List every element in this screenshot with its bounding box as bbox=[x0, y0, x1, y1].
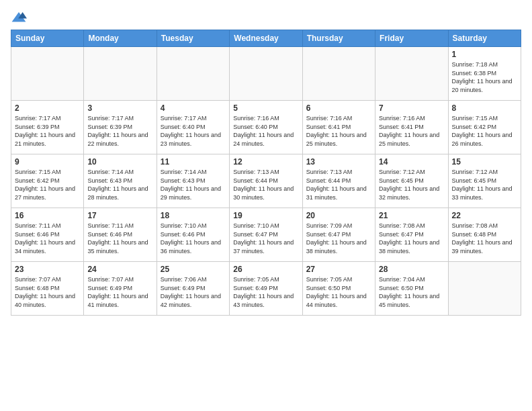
calendar-week-1: 1Sunrise: 7:18 AMSunset: 6:38 PMDaylight… bbox=[11, 47, 521, 101]
day-info: Sunrise: 7:15 AMSunset: 6:42 PMDaylight:… bbox=[15, 168, 80, 201]
calendar-cell: 25Sunrise: 7:06 AMSunset: 6:49 PMDayligh… bbox=[157, 262, 229, 316]
day-number: 16 bbox=[15, 211, 80, 220]
day-info: Sunrise: 7:11 AMSunset: 6:46 PMDaylight:… bbox=[15, 222, 80, 255]
day-number: 17 bbox=[87, 211, 152, 220]
day-number: 6 bbox=[306, 103, 371, 113]
day-info: Sunrise: 7:13 AMSunset: 6:44 PMDaylight:… bbox=[233, 168, 298, 201]
calendar-body: 1Sunrise: 7:18 AMSunset: 6:38 PMDaylight… bbox=[11, 47, 521, 316]
day-info: Sunrise: 7:15 AMSunset: 6:42 PMDaylight:… bbox=[452, 114, 517, 148]
weekday-header-monday: Monday bbox=[84, 30, 157, 47]
day-number: 20 bbox=[306, 211, 371, 220]
day-info: Sunrise: 7:16 AMSunset: 6:40 PMDaylight:… bbox=[233, 114, 298, 148]
day-number: 14 bbox=[379, 157, 444, 167]
page-header bbox=[11, 11, 521, 24]
day-info: Sunrise: 7:14 AMSunset: 6:43 PMDaylight:… bbox=[161, 168, 226, 201]
calendar-week-5: 23Sunrise: 7:07 AMSunset: 6:48 PMDayligh… bbox=[11, 262, 521, 316]
day-number: 2 bbox=[15, 103, 80, 113]
day-number: 28 bbox=[379, 265, 444, 274]
day-info: Sunrise: 7:12 AMSunset: 6:45 PMDaylight:… bbox=[452, 168, 517, 201]
calendar-cell: 21Sunrise: 7:08 AMSunset: 6:47 PMDayligh… bbox=[375, 208, 448, 262]
day-number: 25 bbox=[161, 265, 226, 274]
day-number: 24 bbox=[87, 265, 152, 274]
calendar-cell: 9Sunrise: 7:15 AMSunset: 6:42 PMDaylight… bbox=[11, 154, 84, 208]
day-info: Sunrise: 7:17 AMSunset: 6:40 PMDaylight:… bbox=[161, 114, 226, 148]
calendar-week-3: 9Sunrise: 7:15 AMSunset: 6:42 PMDaylight… bbox=[11, 154, 521, 208]
day-number: 10 bbox=[87, 157, 152, 167]
calendar-cell: 14Sunrise: 7:12 AMSunset: 6:45 PMDayligh… bbox=[375, 154, 448, 208]
day-number: 7 bbox=[379, 103, 444, 113]
day-number: 4 bbox=[161, 103, 226, 113]
calendar-header-row: SundayMondayTuesdayWednesdayThursdayFrid… bbox=[11, 30, 521, 47]
calendar-cell bbox=[11, 47, 84, 101]
day-number: 15 bbox=[452, 157, 517, 167]
day-info: Sunrise: 7:10 AMSunset: 6:47 PMDaylight:… bbox=[233, 222, 298, 255]
weekday-header-sunday: Sunday bbox=[11, 30, 84, 47]
day-info: Sunrise: 7:05 AMSunset: 6:50 PMDaylight:… bbox=[306, 275, 371, 309]
day-info: Sunrise: 7:08 AMSunset: 6:48 PMDaylight:… bbox=[452, 222, 517, 255]
day-number: 23 bbox=[15, 265, 80, 274]
day-number: 1 bbox=[452, 50, 517, 59]
calendar-cell: 11Sunrise: 7:14 AMSunset: 6:43 PMDayligh… bbox=[157, 154, 229, 208]
day-info: Sunrise: 7:05 AMSunset: 6:49 PMDaylight:… bbox=[233, 275, 298, 309]
day-info: Sunrise: 7:17 AMSunset: 6:39 PMDaylight:… bbox=[87, 114, 152, 148]
day-number: 21 bbox=[379, 211, 444, 220]
day-info: Sunrise: 7:12 AMSunset: 6:45 PMDaylight:… bbox=[379, 168, 444, 201]
calendar-cell bbox=[448, 262, 521, 316]
day-info: Sunrise: 7:07 AMSunset: 6:48 PMDaylight:… bbox=[15, 275, 80, 309]
calendar-cell: 15Sunrise: 7:12 AMSunset: 6:45 PMDayligh… bbox=[448, 154, 521, 208]
calendar-cell: 10Sunrise: 7:14 AMSunset: 6:43 PMDayligh… bbox=[84, 154, 157, 208]
day-info: Sunrise: 7:06 AMSunset: 6:49 PMDaylight:… bbox=[161, 275, 226, 309]
day-number: 18 bbox=[161, 211, 226, 220]
day-number: 13 bbox=[306, 157, 371, 167]
day-number: 3 bbox=[87, 103, 152, 113]
calendar-cell: 13Sunrise: 7:13 AMSunset: 6:44 PMDayligh… bbox=[302, 154, 375, 208]
day-number: 27 bbox=[306, 265, 371, 274]
day-info: Sunrise: 7:07 AMSunset: 6:49 PMDaylight:… bbox=[87, 275, 152, 309]
day-number: 12 bbox=[233, 157, 298, 167]
calendar-cell: 23Sunrise: 7:07 AMSunset: 6:48 PMDayligh… bbox=[11, 262, 84, 316]
day-info: Sunrise: 7:08 AMSunset: 6:47 PMDaylight:… bbox=[379, 222, 444, 255]
day-number: 9 bbox=[15, 157, 80, 167]
day-number: 26 bbox=[233, 265, 298, 274]
calendar-table: SundayMondayTuesdayWednesdayThursdayFrid… bbox=[11, 30, 521, 316]
day-info: Sunrise: 7:11 AMSunset: 6:46 PMDaylight:… bbox=[87, 222, 152, 255]
day-info: Sunrise: 7:13 AMSunset: 6:44 PMDaylight:… bbox=[306, 168, 371, 201]
day-info: Sunrise: 7:04 AMSunset: 6:50 PMDaylight:… bbox=[379, 275, 444, 309]
calendar-cell: 28Sunrise: 7:04 AMSunset: 6:50 PMDayligh… bbox=[375, 262, 448, 316]
calendar-week-4: 16Sunrise: 7:11 AMSunset: 6:46 PMDayligh… bbox=[11, 208, 521, 262]
calendar-cell: 22Sunrise: 7:08 AMSunset: 6:48 PMDayligh… bbox=[448, 208, 521, 262]
weekday-header-friday: Friday bbox=[375, 30, 448, 47]
weekday-header-wednesday: Wednesday bbox=[230, 30, 302, 47]
day-number: 22 bbox=[452, 211, 517, 220]
calendar-cell bbox=[302, 47, 375, 101]
calendar-cell: 4Sunrise: 7:17 AMSunset: 6:40 PMDaylight… bbox=[157, 101, 229, 154]
day-number: 11 bbox=[161, 157, 226, 167]
calendar-cell: 27Sunrise: 7:05 AMSunset: 6:50 PMDayligh… bbox=[302, 262, 375, 316]
calendar-cell: 6Sunrise: 7:16 AMSunset: 6:41 PMDaylight… bbox=[302, 101, 375, 154]
day-info: Sunrise: 7:10 AMSunset: 6:46 PMDaylight:… bbox=[161, 222, 226, 255]
logo-icon bbox=[11, 11, 27, 24]
calendar-cell: 26Sunrise: 7:05 AMSunset: 6:49 PMDayligh… bbox=[230, 262, 302, 316]
calendar-cell: 12Sunrise: 7:13 AMSunset: 6:44 PMDayligh… bbox=[230, 154, 302, 208]
calendar-cell: 19Sunrise: 7:10 AMSunset: 6:47 PMDayligh… bbox=[230, 208, 302, 262]
day-number: 19 bbox=[233, 211, 298, 220]
calendar-cell bbox=[230, 47, 302, 101]
calendar-cell: 18Sunrise: 7:10 AMSunset: 6:46 PMDayligh… bbox=[157, 208, 229, 262]
calendar-cell bbox=[84, 47, 157, 101]
day-info: Sunrise: 7:09 AMSunset: 6:47 PMDaylight:… bbox=[306, 222, 371, 255]
weekday-header-tuesday: Tuesday bbox=[157, 30, 229, 47]
day-number: 8 bbox=[452, 103, 517, 113]
calendar-cell: 5Sunrise: 7:16 AMSunset: 6:40 PMDaylight… bbox=[230, 101, 302, 154]
calendar-cell: 2Sunrise: 7:17 AMSunset: 6:39 PMDaylight… bbox=[11, 101, 84, 154]
weekday-header-thursday: Thursday bbox=[302, 30, 375, 47]
calendar-cell: 16Sunrise: 7:11 AMSunset: 6:46 PMDayligh… bbox=[11, 208, 84, 262]
day-number: 5 bbox=[233, 103, 298, 113]
calendar-cell: 20Sunrise: 7:09 AMSunset: 6:47 PMDayligh… bbox=[302, 208, 375, 262]
day-info: Sunrise: 7:17 AMSunset: 6:39 PMDaylight:… bbox=[15, 114, 80, 148]
weekday-header-saturday: Saturday bbox=[448, 30, 521, 47]
calendar-cell bbox=[375, 47, 448, 101]
day-info: Sunrise: 7:16 AMSunset: 6:41 PMDaylight:… bbox=[379, 114, 444, 148]
day-info: Sunrise: 7:18 AMSunset: 6:38 PMDaylight:… bbox=[452, 60, 517, 94]
calendar-cell bbox=[157, 47, 229, 101]
calendar-cell: 17Sunrise: 7:11 AMSunset: 6:46 PMDayligh… bbox=[84, 208, 157, 262]
